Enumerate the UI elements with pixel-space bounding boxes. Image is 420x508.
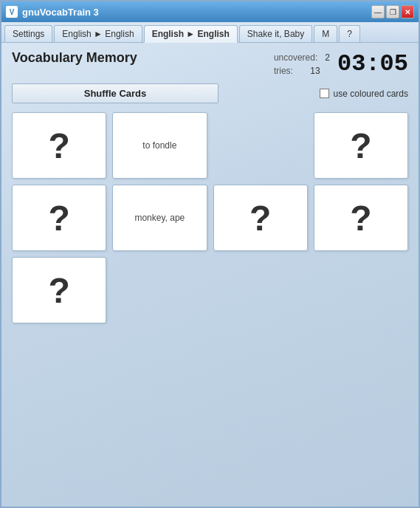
uncovered-row: uncovered: 2	[274, 51, 330, 64]
tries-label: tries:	[274, 66, 293, 76]
color-cards-checkbox[interactable]	[320, 89, 329, 98]
card-8[interactable]: ?	[314, 185, 408, 251]
tries-value: 13	[310, 66, 320, 76]
tab-bar: Settings English ► English English ► Eng…	[1, 22, 419, 43]
app-icon: V	[6, 6, 18, 18]
title-bar: V gnuVocabTrain 3 — ❐ ✕	[1, 1, 419, 22]
card-5[interactable]: ?	[12, 185, 106, 251]
tries-row: tries: 13	[274, 64, 330, 78]
close-button[interactable]: ✕	[401, 5, 414, 18]
tab-help[interactable]: ?	[339, 25, 360, 42]
tab-settings[interactable]: Settings	[4, 25, 52, 42]
top-row: Vocabulary Memory uncovered: 2 tries: 13…	[12, 50, 408, 78]
color-cards-label: use coloured cards	[334, 89, 408, 99]
color-cards-row: use coloured cards	[320, 89, 408, 99]
restore-button[interactable]: ❐	[386, 5, 399, 18]
minimize-button[interactable]: —	[371, 5, 385, 18]
timer-display: 03:05	[337, 50, 408, 78]
tab-english1[interactable]: English ► English	[54, 25, 142, 42]
card-1[interactable]: ?	[12, 112, 106, 179]
card-6[interactable]: monkey, ape	[112, 185, 207, 251]
card-4[interactable]: ?	[314, 112, 408, 179]
page-title: Vocabulary Memory	[12, 50, 137, 66]
card-11	[213, 257, 308, 323]
card-7[interactable]: ?	[213, 185, 308, 251]
card-9[interactable]: ?	[12, 257, 106, 323]
window-title: gnuVocabTrain 3	[22, 7, 99, 18]
card-3	[213, 112, 308, 179]
uncovered-label: uncovered:	[274, 52, 317, 63]
uncovered-value: 2	[325, 52, 330, 63]
card-12	[314, 257, 408, 323]
shuffle-row: Shuffle Cards use coloured cards	[12, 83, 408, 103]
tab-m[interactable]: M	[314, 25, 337, 42]
stats-block: uncovered: 2 tries: 13	[274, 51, 330, 78]
window-controls: — ❐ ✕	[371, 5, 414, 18]
card-2[interactable]: to fondle	[112, 112, 207, 179]
shuffle-cards-button[interactable]: Shuffle Cards	[12, 83, 218, 103]
tab-shake[interactable]: Shake it, Baby	[239, 25, 312, 42]
stats-timer-group: uncovered: 2 tries: 13 03:05	[274, 50, 408, 78]
card-10	[112, 257, 207, 323]
cards-grid: ? to fondle ? ? monkey, ape ? ? ?	[12, 112, 408, 323]
title-bar-left: V gnuVocabTrain 3	[6, 6, 99, 18]
tab-english2[interactable]: English ► English	[144, 25, 238, 43]
main-window: V gnuVocabTrain 3 — ❐ ✕ Settings English…	[0, 0, 420, 508]
content-area: Vocabulary Memory uncovered: 2 tries: 13…	[1, 43, 419, 507]
